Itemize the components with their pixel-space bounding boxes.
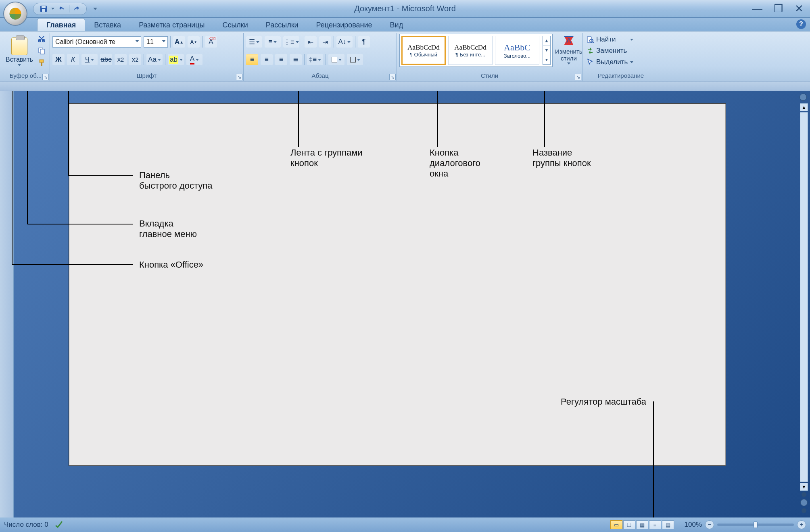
outdent-button[interactable]: ⇤ — [305, 36, 317, 48]
replace-label: Заменить — [596, 47, 627, 55]
dialog-launcher-icon[interactable]: ↘ — [389, 74, 396, 80]
copy-icon[interactable] — [36, 46, 47, 56]
draft-view-icon[interactable]: ▤ — [662, 520, 674, 529]
tab-review[interactable]: Рецензирование — [307, 19, 381, 31]
align-right-button[interactable]: ≡ — [275, 54, 287, 65]
ruler-toggle-icon[interactable] — [800, 94, 807, 101]
shading-button[interactable] — [328, 54, 344, 65]
cut-icon[interactable] — [36, 34, 47, 44]
close-button[interactable]: ✕ — [794, 2, 804, 15]
style-no-spacing[interactable]: AaBbCcDd ¶ Без инте... — [448, 36, 493, 65]
zoom-slider[interactable] — [717, 524, 794, 526]
save-icon[interactable] — [39, 4, 48, 13]
vertical-scrollbar[interactable]: ▲ ▼ — [800, 94, 808, 514]
multilevel-button[interactable]: ⋮≡ — [283, 36, 299, 48]
callout-tab: Вкладка главное меню — [139, 218, 197, 239]
font-family-combo[interactable]: Calibri (Основной те — [52, 36, 141, 48]
view-buttons: ▭ ❏ ▦ ≡ ▤ — [610, 520, 674, 529]
scrollbar-track[interactable] — [800, 112, 808, 482]
redo-icon[interactable] — [72, 4, 81, 13]
prev-page-icon[interactable] — [802, 492, 806, 497]
clear-format-icon[interactable]: A⌫ — [205, 36, 217, 48]
paste-button[interactable]: Вставить — [4, 34, 35, 69]
scroll-down-icon[interactable]: ▼ — [543, 46, 550, 55]
spellcheck-icon[interactable] — [55, 520, 63, 530]
web-layout-view-icon[interactable]: ▦ — [636, 520, 648, 529]
word-count[interactable]: Число слов: 0 — [4, 521, 48, 529]
strike-button[interactable]: abc — [100, 54, 112, 65]
font-color-button[interactable]: A — [186, 54, 202, 65]
highlight-button[interactable]: ab — [168, 54, 184, 65]
qat-customize-icon[interactable] — [91, 4, 100, 13]
group-font-title: Шрифт — [52, 72, 241, 81]
zoom-thumb[interactable] — [754, 522, 758, 528]
office-button[interactable] — [3, 2, 27, 26]
next-page-icon[interactable] — [802, 508, 806, 513]
scroll-up-icon[interactable]: ▲ — [543, 36, 550, 46]
scroll-down-icon[interactable]: ▼ — [800, 483, 808, 491]
undo-icon[interactable] — [58, 4, 67, 13]
find-button[interactable]: Найти — [585, 35, 635, 44]
dialog-launcher-icon[interactable]: ↘ — [236, 74, 242, 80]
format-painter-icon[interactable] — [36, 58, 47, 68]
restore-button[interactable]: ❐ — [773, 2, 783, 15]
tab-view[interactable]: Вид — [381, 19, 412, 31]
grow-font-icon[interactable]: A▲ — [173, 36, 185, 48]
style-heading1[interactable]: AaBbC Заголово... — [495, 36, 539, 65]
line-spacing-button[interactable]: ‡≡ — [307, 54, 323, 65]
style-gallery-scroll[interactable]: ▲ ▼ ▾ — [543, 36, 551, 65]
print-layout-view-icon[interactable]: ▭ — [610, 520, 622, 529]
group-clipboard: Вставить Буфер об... ↘ — [2, 33, 50, 81]
zoom-out-button[interactable]: − — [705, 520, 714, 529]
zoom-in-button[interactable]: + — [797, 520, 806, 529]
font-size-combo[interactable]: 11 — [144, 36, 168, 48]
page[interactable] — [69, 103, 726, 466]
chevron-down-icon — [318, 59, 321, 61]
numbering-button[interactable]: ≡ — [265, 36, 281, 48]
underline-button[interactable]: Ч — [81, 54, 98, 65]
superscript-button[interactable]: x2 — [129, 54, 141, 65]
borders-button[interactable] — [347, 54, 363, 65]
shrink-font-icon[interactable]: A▼ — [188, 36, 200, 48]
align-center-button[interactable]: ≡ — [261, 54, 273, 65]
tab-references[interactable]: Ссылки — [213, 19, 257, 31]
tab-insert[interactable]: Вставка — [85, 19, 130, 31]
dialog-launcher-icon[interactable]: ↘ — [575, 74, 581, 80]
bold-button[interactable]: Ж — [52, 54, 65, 65]
scroll-up-icon[interactable]: ▲ — [800, 103, 808, 111]
gallery-expand-icon[interactable]: ▾ — [543, 55, 550, 64]
subscript-button[interactable]: x2 — [115, 54, 127, 65]
browse-object-icon[interactable] — [800, 499, 808, 506]
tab-page-layout[interactable]: Разметка страницы — [130, 19, 213, 31]
show-marks-button[interactable]: ¶ — [358, 36, 370, 48]
chevron-down-icon — [158, 59, 161, 61]
app-name: Microsoft Word — [402, 4, 456, 13]
sort-button[interactable]: A↓ — [336, 36, 353, 48]
zoom-value[interactable]: 100% — [685, 521, 702, 529]
horizontal-ruler[interactable] — [0, 81, 810, 91]
align-left-button[interactable]: ≡ — [246, 54, 258, 65]
replace-button[interactable]: Заменить — [585, 46, 635, 56]
minimize-button[interactable]: — — [752, 2, 762, 15]
vertical-ruler[interactable] — [0, 91, 14, 517]
dialog-launcher-icon[interactable]: ↘ — [42, 74, 49, 80]
callout-office: Кнопка «Office» — [139, 260, 203, 270]
select-button[interactable]: Выделить — [585, 57, 635, 67]
change-case-button[interactable]: Aa — [146, 54, 163, 65]
italic-button[interactable]: К — [67, 54, 79, 65]
justify-button[interactable]: ≣ — [290, 54, 302, 65]
change-styles-button[interactable]: A Изменить стили — [555, 34, 582, 64]
help-button[interactable]: ? — [796, 19, 806, 29]
outline-view-icon[interactable]: ≡ — [649, 520, 661, 529]
callout-ribbon: Лента с группами кнопок — [290, 148, 363, 168]
font-size-value: 11 — [146, 38, 154, 46]
fullscreen-reading-view-icon[interactable]: ❏ — [623, 520, 635, 529]
tab-home[interactable]: Главная — [37, 18, 85, 31]
chevron-down-icon — [18, 64, 21, 66]
tab-mailings[interactable]: Рассылки — [257, 19, 307, 31]
style-normal[interactable]: AaBbCcDd ¶ Обычный — [401, 36, 446, 65]
qat-dropdown-icon[interactable] — [50, 4, 55, 13]
indent-button[interactable]: ⇥ — [319, 36, 331, 48]
bullets-button[interactable]: ☰ — [246, 36, 262, 48]
chevron-down-icon — [91, 59, 94, 61]
